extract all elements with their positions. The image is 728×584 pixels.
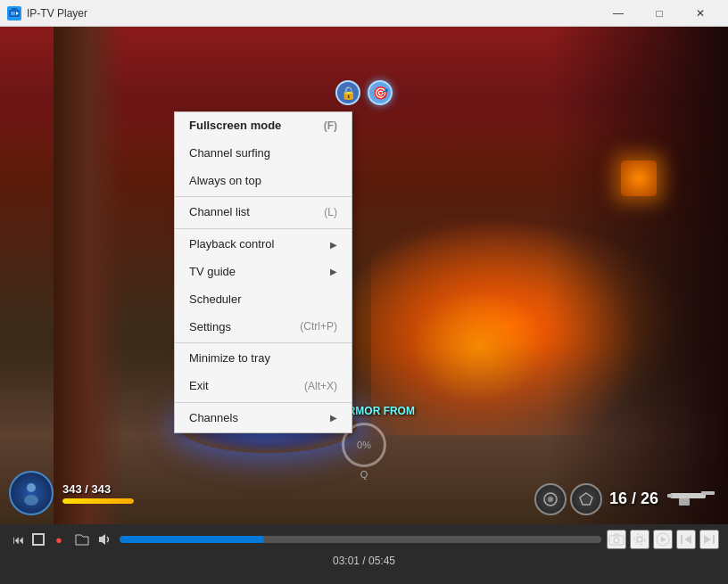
menu-item-label: Playback control [189, 235, 274, 254]
health-bar [62, 498, 134, 504]
menu-item-label: TV guide [189, 263, 236, 282]
app-icon [7, 6, 21, 21]
minimize-button[interactable]: — [598, 0, 639, 27]
menu-item-settings[interactable]: Settings(Ctrl+P) [175, 314, 352, 341]
menu-item-channel-surfing[interactable]: Channel surfing [175, 140, 352, 168]
svg-point-15 [614, 538, 619, 543]
menu-item-label: Settings [189, 318, 231, 337]
menu-item-label: Channel surfing [189, 144, 270, 163]
weapon-silhouette [666, 482, 719, 515]
svg-marker-8 [580, 493, 592, 505]
svg-rect-23 [713, 535, 715, 544]
svg-rect-12 [667, 494, 673, 498]
player-icon-2: 🎯 [368, 80, 393, 105]
svg-marker-20 [684, 535, 691, 544]
hud-health-area: 343 / 343 [9, 471, 134, 515]
camera-button[interactable] [607, 530, 626, 549]
menu-separator [175, 228, 352, 229]
prev-track-button[interactable]: ⏮ [9, 531, 27, 548]
context-menu: Fullscreen mode(F)Channel surfingAlways … [174, 111, 352, 433]
ammo-display: 16 / 26 [609, 489, 658, 508]
health-value: 343 / 343 [62, 482, 134, 496]
record-button[interactable]: ● [50, 531, 68, 548]
window-controls: — □ ✕ [598, 0, 721, 27]
menu-item-exit[interactable]: Exit(Alt+X) [175, 373, 352, 400]
video-area: 🔒 🎯 +100 ARMOR FROM 0% Q 343 / 343 [0, 27, 728, 524]
q-label: Q [342, 469, 386, 480]
maximize-button[interactable]: □ [639, 0, 680, 27]
open-file-button[interactable] [73, 531, 91, 548]
menu-separator [175, 402, 352, 403]
volume-button[interactable] [96, 531, 114, 548]
svg-point-5 [24, 495, 38, 506]
menu-shortcut: (Ctrl+P) [300, 318, 337, 335]
progress-fill [120, 536, 264, 543]
title-bar: IP-TV Player — □ ✕ [0, 0, 728, 27]
health-info: 343 / 343 [62, 482, 134, 504]
svg-point-7 [548, 497, 553, 502]
submenu-arrow-icon: ▶ [330, 265, 337, 279]
time-display: 03:01 / 05:45 [9, 555, 719, 567]
svg-rect-9 [670, 493, 706, 498]
skip-prev-button[interactable] [676, 530, 696, 549]
menu-shortcut: (F) [324, 118, 337, 135]
menu-separator [175, 342, 352, 343]
lantern [621, 160, 657, 196]
svg-point-17 [634, 534, 645, 545]
svg-marker-22 [704, 535, 711, 544]
armor-icon-1 [534, 483, 567, 515]
svg-rect-1 [12, 8, 17, 10]
submenu-arrow-icon: ▶ [330, 238, 337, 252]
title-bar-left: IP-TV Player [7, 6, 87, 21]
menu-item-label: Minimize to tray [189, 350, 270, 368]
svg-marker-13 [99, 534, 105, 545]
armor-icons [534, 483, 602, 515]
menu-item-always-on-top[interactable]: Always on top [175, 168, 352, 195]
menu-item-label: Fullscreen mode [189, 117, 281, 136]
svg-rect-2 [11, 12, 15, 15]
svg-point-16 [637, 537, 642, 542]
menu-item-channel-list[interactable]: Channel list(L) [175, 199, 352, 226]
menu-shortcut: (L) [324, 204, 337, 221]
menu-item-channels[interactable]: Channels▶ [175, 405, 352, 432]
progress-bar[interactable] [120, 536, 601, 543]
weapon-hud: 16 / 26 [534, 482, 719, 515]
control-bar: ⏮ ● [0, 524, 728, 584]
right-controls [607, 530, 719, 549]
window-title: IP-TV Player [27, 7, 87, 20]
left-wall [54, 27, 125, 524]
health-bar-fill [62, 498, 134, 504]
menu-item-label: Exit [189, 377, 209, 396]
weapon-fire-glow [371, 212, 639, 435]
svg-rect-10 [701, 491, 715, 495]
menu-item-tv-guide[interactable]: TV guide▶ [175, 259, 352, 286]
menu-item-label: Channel list [189, 203, 250, 222]
menu-separator [175, 196, 352, 197]
svg-point-4 [27, 483, 36, 492]
player-icons: 🔒 🎯 [335, 80, 393, 105]
menu-item-label: Always on top [189, 172, 261, 191]
settings-button[interactable] [630, 530, 649, 549]
armor-icon-2 [570, 483, 602, 515]
close-button[interactable]: ✕ [680, 0, 721, 27]
menu-item-label: Channels [189, 409, 238, 428]
menu-shortcut: (Alt+X) [304, 378, 337, 395]
play-pause-button[interactable] [653, 530, 673, 549]
menu-item-playback-control[interactable]: Playback control▶ [175, 231, 352, 259]
svg-rect-21 [681, 535, 682, 544]
stop-button[interactable] [32, 533, 45, 546]
submenu-arrow-icon: ▶ [330, 411, 337, 425]
menu-item-fullscreen[interactable]: Fullscreen mode(F) [175, 112, 352, 140]
menu-item-label: Scheduler [189, 291, 242, 309]
svg-marker-19 [661, 537, 666, 542]
controls-row: ⏮ ● [9, 530, 719, 549]
svg-rect-11 [679, 498, 690, 506]
player-icon-1: 🔒 [335, 80, 360, 105]
menu-item-minimize-to-tray[interactable]: Minimize to tray [175, 345, 352, 373]
character-icon [9, 471, 54, 515]
skip-next-button[interactable] [699, 530, 719, 549]
menu-item-scheduler[interactable]: Scheduler [175, 286, 352, 314]
